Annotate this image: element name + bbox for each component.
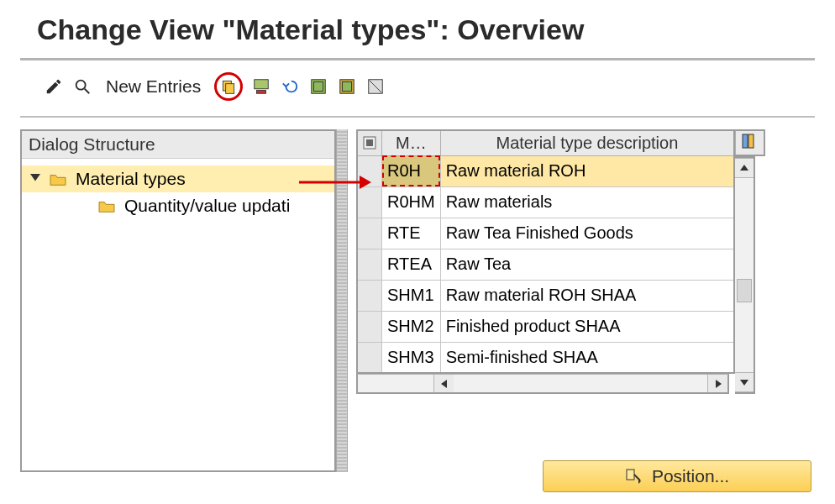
table-row[interactable]: RTEARaw Tea (357, 249, 734, 280)
cell-mtype-code[interactable]: RTE (382, 218, 441, 249)
triangle-left-icon (440, 380, 449, 388)
content-area: Dialog Structure Material types Quantity… (0, 129, 835, 499)
position-button-label: Position... (652, 466, 729, 486)
material-types-table: M… Material type description R0HRaw mate… (356, 129, 735, 374)
triangle-down-icon (740, 378, 748, 386)
cell-mtype-description[interactable]: Raw material ROH (440, 155, 734, 186)
cell-mtype-code[interactable]: SHM2 (382, 311, 441, 342)
scroll-up-button[interactable] (735, 158, 754, 178)
delete-row-icon (252, 77, 270, 96)
cell-mtype-description[interactable]: Raw materials (440, 186, 734, 218)
cell-mtype-code[interactable]: R0H (382, 155, 441, 186)
toolbar: New Entries (0, 60, 835, 116)
svg-rect-9 (343, 82, 352, 92)
table-row[interactable]: R0HRaw material ROH (357, 155, 734, 186)
cell-mtype-code[interactable]: RTEA (382, 249, 441, 280)
undo-icon (281, 77, 299, 96)
dialog-structure-tree: Material types Quantity/value updati (22, 159, 334, 219)
dialog-structure-header: Dialog Structure (22, 131, 334, 159)
dialog-structure-panel: Dialog Structure Material types Quantity… (20, 129, 336, 472)
collapse-icon[interactable] (30, 174, 40, 184)
tree-item-quantity-value[interactable]: Quantity/value updati (22, 192, 334, 219)
svg-rect-5 (257, 91, 266, 94)
material-types-table-panel: M… Material type description R0HRaw mate… (348, 129, 765, 394)
hscroll-track[interactable] (454, 375, 707, 392)
configure-columns-button[interactable] (736, 130, 764, 155)
new-entries-button[interactable]: New Entries (101, 76, 206, 97)
svg-point-0 (76, 81, 86, 90)
svg-rect-4 (255, 80, 269, 89)
position-icon (625, 468, 642, 485)
vertical-scrollbar[interactable] (735, 156, 755, 394)
column-header-code[interactable]: M… (382, 130, 441, 155)
svg-marker-19 (740, 165, 748, 171)
svg-marker-12 (30, 174, 40, 181)
deselect-all-button[interactable] (365, 76, 386, 97)
delete-button[interactable] (251, 76, 271, 97)
svg-marker-20 (740, 380, 748, 386)
scroll-right-button[interactable] (707, 375, 727, 392)
tree-item-material-types[interactable]: Material types (22, 165, 334, 192)
toolbar-separator (20, 116, 815, 118)
row-selector[interactable] (357, 186, 382, 218)
folder-open-icon (49, 171, 67, 186)
configure-columns-icon (742, 134, 757, 149)
table-row[interactable]: R0HMRaw materials (357, 186, 734, 218)
pencil-glasses-icon (45, 77, 63, 96)
cell-mtype-description[interactable]: Semi-finished SHAA (440, 342, 734, 373)
table-row[interactable]: SHM2Finished product SHAA (357, 311, 734, 342)
folder-icon (97, 198, 116, 213)
horizontal-scrollbar[interactable] (356, 374, 729, 394)
scroll-down-button[interactable] (735, 372, 754, 392)
row-selector[interactable] (357, 218, 382, 249)
svg-line-1 (85, 89, 90, 94)
select-block-icon (338, 77, 356, 96)
copy-icon (220, 78, 237, 95)
row-selector[interactable] (357, 249, 382, 280)
table-select-icon (363, 136, 376, 150)
cell-mtype-description[interactable]: Raw Tea Finished Goods (440, 218, 734, 249)
svg-marker-15 (441, 380, 447, 388)
row-selector[interactable] (357, 155, 382, 186)
svg-rect-3 (226, 84, 234, 94)
scroll-left-button[interactable] (433, 375, 454, 392)
page-title: Change View "Material types": Overview (0, 0, 835, 50)
splitter[interactable] (336, 129, 348, 472)
annotation-copy-highlight (214, 72, 243, 101)
triangle-up-icon (740, 164, 748, 172)
copy-as-button[interactable] (218, 76, 239, 97)
svg-marker-16 (716, 380, 722, 388)
cell-mtype-code[interactable]: SHM1 (382, 280, 441, 311)
magnifier-icon (73, 77, 92, 96)
row-selector[interactable] (357, 311, 382, 342)
cell-mtype-code[interactable]: R0HM (382, 186, 441, 218)
select-all-rows-header[interactable] (357, 130, 382, 155)
undo-button[interactable] (280, 76, 300, 97)
select-block-button[interactable] (337, 76, 357, 97)
vscroll-thumb[interactable] (737, 279, 752, 302)
position-button[interactable]: Position... (543, 460, 811, 492)
svg-rect-23 (627, 470, 634, 480)
select-all-button[interactable] (308, 76, 328, 97)
vscroll-track[interactable] (735, 178, 754, 372)
table-row[interactable]: SHM1Raw material ROH SHAA (357, 280, 734, 311)
cell-mtype-description[interactable]: Finished product SHAA (440, 311, 734, 342)
column-header-description[interactable]: Material type description (440, 130, 734, 155)
cell-mtype-description[interactable]: Raw material ROH SHAA (440, 280, 734, 311)
cell-mtype-description[interactable]: Raw Tea (440, 249, 734, 280)
cell-mtype-code[interactable]: SHM3 (382, 342, 441, 373)
tree-item-label: Quantity/value updati (124, 196, 290, 216)
triangle-right-icon (714, 380, 722, 388)
table-row[interactable]: RTERaw Tea Finished Goods (357, 218, 734, 249)
deselect-all-icon (366, 77, 385, 96)
row-selector[interactable] (357, 280, 382, 311)
table-row[interactable]: SHM3Semi-finished SHAA (357, 342, 734, 373)
details-button[interactable] (72, 76, 92, 97)
svg-rect-14 (366, 139, 373, 146)
toggle-display-change-button[interactable] (44, 76, 64, 97)
row-selector[interactable] (357, 342, 382, 373)
select-all-icon (309, 77, 328, 96)
tree-item-label: Material types (76, 169, 186, 189)
svg-rect-18 (748, 134, 754, 148)
svg-rect-17 (743, 134, 748, 148)
